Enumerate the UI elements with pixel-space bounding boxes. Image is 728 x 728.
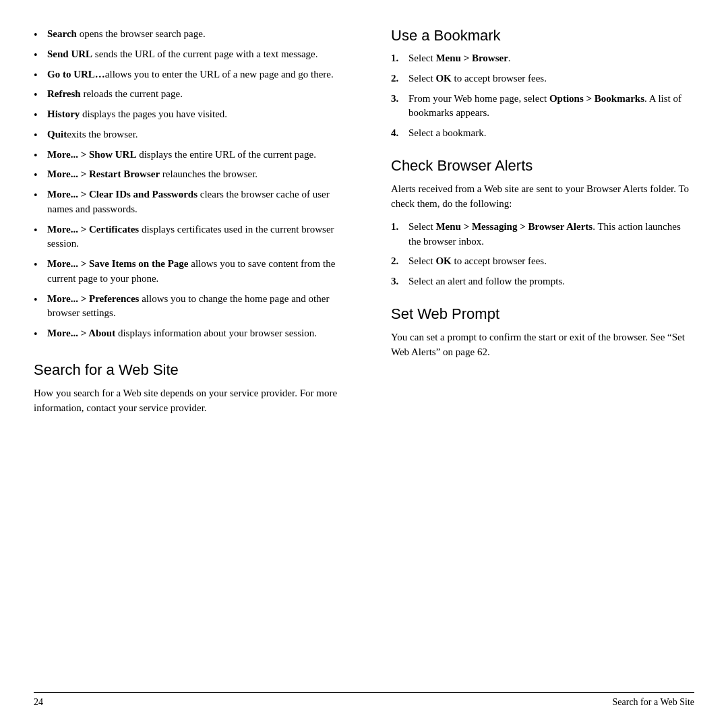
numbered-item: 2.Select OK to accept browser fees. [391,254,694,269]
step-number: 2. [391,254,403,269]
bullet-bold: Refresh [47,88,81,99]
step-text: Select Menu > Browser. [408,51,694,66]
step-text: Select Menu > Messaging > Browser Alerts… [408,220,694,249]
bullet-item: More... > Preferences allows you to chan… [34,292,351,322]
prompt-section: Set Web Prompt You can set a prompt to c… [391,305,694,360]
step-text: Select OK to accept browser fees. [408,254,694,269]
bullet-bold: More... > Restart Browser [47,169,160,179]
bullet-item: Refresh reloads the current page. [34,87,351,102]
bullet-item: Go to URL…allows you to enter the URL of… [34,67,351,82]
numbered-item: 3.Select an alert and follow the prompts… [391,274,694,289]
bullet-item: Send URL sends the URL of the current pa… [34,47,351,62]
bullet-item: More... > About displays information abo… [34,326,351,341]
right-column: Use a Bookmark 1.Select Menu > Browser.2… [391,27,694,686]
step-number: 3. [391,274,403,289]
footer: 24 Search for a Web Site [34,692,694,708]
bookmark-steps: 1.Select Menu > Browser.2.Select OK to a… [391,51,694,141]
bullet-bold: More... > Preferences [47,293,139,304]
step-text: Select an alert and follow the prompts. [408,274,694,289]
bullet-bold: Quit [47,129,67,140]
content-area: Search opens the browser search page.Sen… [34,27,694,686]
bullet-item: More... > Show URL displays the entire U… [34,148,351,162]
bullet-item: Quitexits the browser. [34,127,351,142]
bullet-bold: More... > About [47,328,115,338]
bullet-bold: More... > Save Items on the Page [47,258,188,269]
numbered-item: 2.Select OK to accept browser fees. [391,71,694,86]
step-number: 3. [391,92,403,121]
bullet-bold: Send URL [47,49,92,59]
bullet-item: More... > Save Items on the Page allows … [34,257,351,286]
page: Search opens the browser search page.Sen… [0,0,728,728]
bullet-item: History displays the pages you have visi… [34,107,351,122]
search-section: Search for a Web Site How you search for… [34,361,351,416]
step-number: 1. [391,51,403,66]
bullet-bold: More... > Clear IDs and Passwords [47,189,198,200]
step-number: 1. [391,220,403,249]
prompt-intro: You can set a prompt to confirm the star… [391,330,694,360]
bookmark-heading: Use a Bookmark [391,27,694,44]
step-text: From your Web home page, select Options … [408,92,694,121]
footer-section-title: Search for a Web Site [613,697,694,708]
bullet-bold: Search [47,28,77,39]
step-number: 4. [391,126,403,141]
alerts-section: Check Browser Alerts Alerts received fro… [391,157,694,289]
bullet-bold: Go to URL… [47,69,105,80]
numbered-item: 1.Select Menu > Browser. [391,51,694,66]
alerts-heading: Check Browser Alerts [391,157,694,175]
numbered-item: 1.Select Menu > Messaging > Browser Aler… [391,220,694,249]
search-heading: Search for a Web Site [34,361,351,379]
alerts-intro: Alerts received from a Web site are sent… [391,181,694,212]
numbered-item: 3.From your Web home page, select Option… [391,92,694,121]
bullet-item: More... > Restart Browser relaunches the… [34,167,351,182]
prompt-heading: Set Web Prompt [391,305,694,323]
bullet-item: More... > Clear IDs and Passwords clears… [34,187,351,217]
bullet-bold: More... > Show URL [47,149,136,160]
step-text: Select OK to accept browser fees. [408,71,694,86]
bookmark-section: Use a Bookmark 1.Select Menu > Browser.2… [391,27,694,141]
bullet-bold: More... > Certificates [47,224,139,235]
footer-page-number: 24 [34,697,43,708]
numbered-item: 4.Select a bookmark. [391,126,694,141]
step-text: Select a bookmark. [408,126,694,141]
alerts-steps: 1.Select Menu > Messaging > Browser Aler… [391,220,694,289]
bullet-list: Search opens the browser search page.Sen… [34,27,351,341]
left-column: Search opens the browser search page.Sen… [34,27,364,686]
bullet-bold: History [47,109,80,119]
search-intro: How you search for a Web site depends on… [34,386,351,416]
bullet-item: Search opens the browser search page. [34,27,351,42]
step-number: 2. [391,71,403,86]
bullet-item: More... > Certificates displays certific… [34,222,351,252]
